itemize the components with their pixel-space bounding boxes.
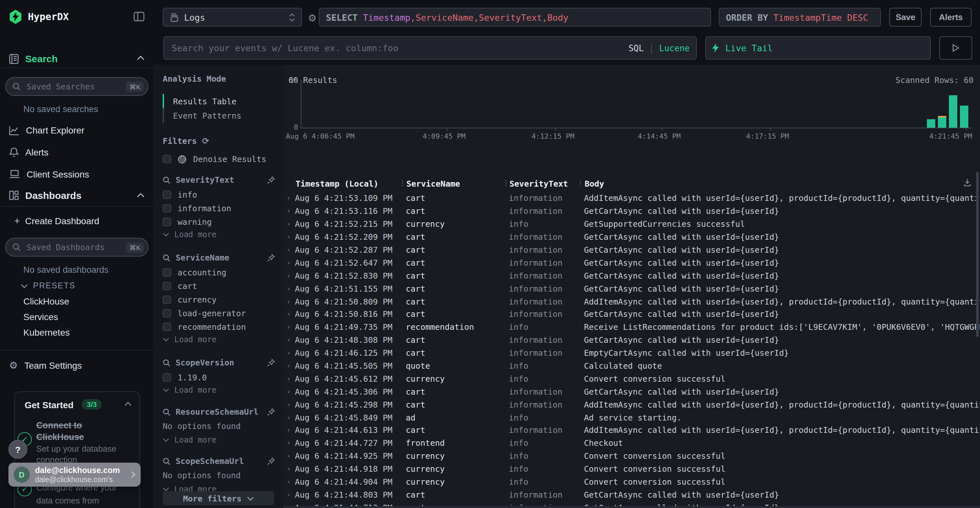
row-expand-icon[interactable]: › [283,220,295,228]
table-row[interactable]: › Aug 6 4:21:50.816 PM cart information … [283,308,980,321]
table-row[interactable]: › Aug 6 4:21:51.155 PM cart information … [283,282,980,295]
checkbox[interactable] [163,295,171,304]
sidebar-item-client-sessions[interactable]: Client Sessions [9,169,89,179]
load-more-button[interactable]: Load more [163,435,216,444]
search-icon[interactable] [163,408,170,416]
search-icon[interactable] [163,359,170,367]
saved-searches-input[interactable] [25,81,121,92]
row-expand-icon[interactable]: › [283,336,295,344]
event-search-input[interactable] [170,42,628,54]
source-settings-gear-icon[interactable]: ⚙ [308,12,317,24]
table-row[interactable]: › Aug 6 4:21:53.116 PM cart information … [283,205,980,218]
chart-bar[interactable] [949,95,957,128]
more-filters-button[interactable]: More filters [163,491,274,505]
pin-icon[interactable] [266,407,275,416]
order-by-input[interactable]: ORDER BY TimestampTime DESC [719,8,881,27]
facet-option[interactable]: 1.19.0 [163,371,207,384]
table-row[interactable]: › Aug 6 4:21:52.209 PM cart information … [283,230,980,243]
row-expand-icon[interactable]: › [283,310,295,319]
run-query-play-button[interactable] [939,36,972,60]
row-expand-icon[interactable]: › [283,452,295,460]
chart-bar[interactable] [927,119,935,128]
row-expand-icon[interactable]: › [283,246,295,254]
refresh-filters-icon[interactable]: ⟳ [202,136,209,146]
facet-option[interactable]: info [163,188,231,202]
row-expand-icon[interactable]: › [283,323,295,332]
table-row[interactable]: › Aug 6 4:21:44.925 PM currency info Con… [283,450,980,463]
col-resize-handle[interactable]: ⋮ [399,179,406,187]
table-row[interactable]: › Aug 6 4:21:45.849 PM ad info Ad servic… [283,411,980,424]
checkbox[interactable] [163,309,171,318]
chart-bar[interactable] [938,116,946,128]
sidebar-item-team-settings[interactable]: ⚙ Team Settings [9,360,82,371]
table-row[interactable]: › Aug 6 4:21:48.308 PM cart information … [283,334,980,347]
table-row[interactable]: › Aug 6 4:21:44.918 PM currency info Con… [283,462,980,475]
results-histogram[interactable]: 28 0 Aug 6 4:06:45 PM 4:09:45 PM 4:12:15… [283,65,980,139]
table-row[interactable]: › Aug 6 4:21:45.505 PM quote info Calcul… [283,359,980,372]
col-header-servicename[interactable]: ServiceName [406,179,460,189]
presets-group-toggle[interactable]: PRESETS [21,281,75,290]
row-expand-icon[interactable]: › [283,349,295,357]
alerts-button[interactable]: Alerts [930,8,972,27]
pin-icon[interactable] [266,358,275,367]
load-more-button[interactable]: Load more [163,386,216,395]
create-dashboard-button[interactable]: + Create Dashboard [14,215,99,226]
chevron-up-icon[interactable] [137,56,145,60]
pin-icon[interactable] [266,175,275,184]
row-expand-icon[interactable]: › [283,271,295,280]
search-icon[interactable] [163,457,170,465]
row-expand-icon[interactable]: › [283,297,295,305]
row-expand-icon[interactable]: › [283,439,295,448]
table-row[interactable]: › Aug 6 4:21:53.109 PM cart information … [283,192,980,205]
help-button[interactable]: ? [8,440,27,459]
row-expand-icon[interactable]: › [283,465,295,473]
table-row[interactable]: › Aug 6 4:21:45.612 PM currency info Con… [283,372,980,385]
load-more-button[interactable]: Load more [163,230,216,239]
row-expand-icon[interactable]: › [283,375,295,383]
chevron-up-icon[interactable] [124,402,132,406]
checkbox[interactable] [163,268,171,277]
tab-event-patterns[interactable]: Event Patterns [163,108,242,123]
event-search-bar[interactable]: SQL | Lucene [163,36,697,60]
download-results-icon[interactable] [963,178,972,187]
table-row[interactable]: › Aug 6 4:21:49.735 PM recommendation in… [283,321,980,334]
col-resize-handle[interactable]: ⋮ [577,179,584,187]
col-resize-handle[interactable]: ⋮ [502,179,509,187]
checkbox[interactable] [163,204,171,213]
sidebar-item-chart-explorer[interactable]: Chart Explorer [9,125,84,135]
table-row[interactable]: › Aug 6 4:21:44.727 PM frontend info Che… [283,437,980,450]
sidebar-item-dashboards[interactable]: Dashboards [9,190,81,201]
table-row[interactable]: › Aug 6 4:21:50.809 PM cart information … [283,295,980,308]
saved-dashboards-input[interactable] [25,242,121,253]
table-row[interactable]: › Aug 6 4:21:52.830 PM cart information … [283,269,980,282]
lucene-mode-toggle[interactable]: Lucene [659,43,690,53]
table-row[interactable]: › Aug 6 4:21:45.298 PM cart information … [283,398,980,411]
row-expand-icon[interactable]: › [283,233,295,241]
preset-dashboard-link[interactable]: ClickHouse [23,296,69,306]
live-tail-button[interactable]: Live Tail [705,36,931,60]
app-logo[interactable]: HyperDX [9,10,69,24]
facet-option[interactable]: recommendation [163,320,246,334]
facet-option[interactable]: accounting [163,266,246,279]
checkbox[interactable] [163,323,171,331]
checkbox[interactable] [163,155,171,163]
row-expand-icon[interactable]: › [283,491,295,499]
table-row[interactable]: › Aug 6 4:21:52.215 PM currency info Get… [283,218,980,231]
row-expand-icon[interactable]: › [283,284,295,292]
facet-option[interactable]: warning [163,215,231,229]
checkbox[interactable] [163,218,171,226]
table-row[interactable]: › Aug 6 4:21:44.904 PM currency info Con… [283,475,980,488]
col-header-body[interactable]: Body [585,179,604,189]
sidebar-item-alerts[interactable]: Alerts [9,147,49,157]
row-expand-icon[interactable]: › [283,194,295,203]
table-row[interactable]: › Aug 6 4:21:52.647 PM cart information … [283,256,980,269]
collapse-sidebar-icon[interactable] [134,12,145,21]
user-account-chip[interactable]: D dale@clickhouse.com dale@clickhouse.co… [8,463,141,487]
table-row[interactable]: › Aug 6 4:21:45.306 PM cart information … [283,385,980,398]
row-expand-icon[interactable]: › [283,478,295,486]
vertical-scrollbar[interactable] [976,172,979,337]
row-expand-icon[interactable]: › [283,387,295,396]
table-row[interactable]: › Aug 6 4:21:44.613 PM cart information … [283,424,980,437]
sql-mode-toggle[interactable]: SQL [628,43,644,53]
row-expand-icon[interactable]: › [283,426,295,435]
